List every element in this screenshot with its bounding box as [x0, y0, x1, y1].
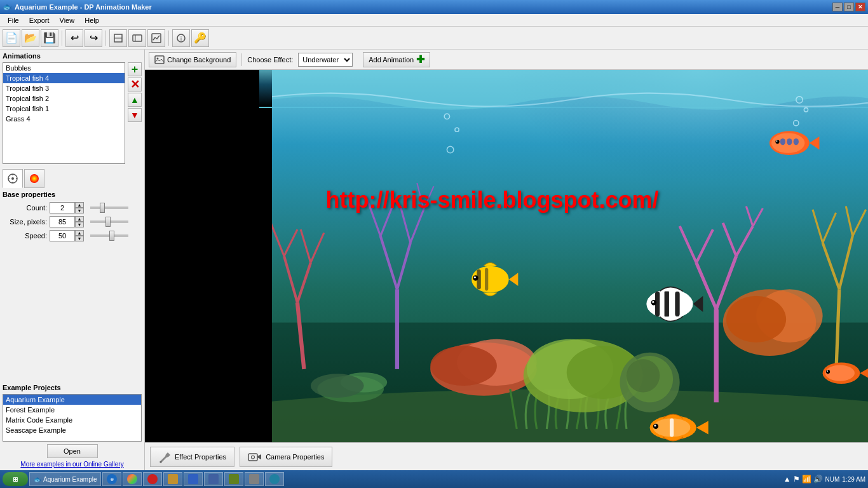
toolbar-sep1 — [62, 30, 62, 46]
move-up-button[interactable]: ▲ — [128, 93, 142, 107]
taskbar-chrome-icon[interactable] — [123, 472, 142, 486]
taskbar-ie-icon[interactable]: e — [102, 472, 121, 486]
menu-export[interactable]: Export — [24, 15, 55, 25]
speed-label: Speed: — [3, 232, 47, 240]
clock[interactable]: 1:29 AM — [842, 476, 865, 483]
speed-row: Speed: ▲ ▼ — [3, 230, 142, 241]
save-button[interactable]: 💾 — [41, 29, 58, 47]
size-label: Size, pixels: — [3, 218, 47, 226]
menu-file[interactable]: File — [3, 15, 24, 25]
taskbar-icon9[interactable] — [265, 472, 284, 486]
animations-list[interactable]: Bubbles Tropical fish 4 Tropical fish 3 … — [3, 62, 125, 164]
taskbar-icon6[interactable] — [204, 472, 223, 486]
left-panel: Animations Bubbles Tropical fish 4 Tropi… — [0, 50, 145, 470]
tab-color[interactable] — [24, 169, 44, 188]
add-animation-button[interactable]: Add Animation ✚ — [363, 52, 430, 67]
taskbar-icon7[interactable] — [224, 472, 243, 486]
animations-title: Animations — [3, 52, 41, 60]
size-slider[interactable] — [90, 220, 128, 223]
count-spinner: ▲ ▼ — [75, 202, 84, 214]
taskbar-right: ▲ ⚑ 📶 🔊 NUM 1:29 AM — [783, 475, 865, 484]
projects-list[interactable]: Aquarium Example Forest Example Matrix C… — [3, 394, 142, 442]
speed-slider-thumb[interactable] — [109, 231, 114, 241]
change-background-button[interactable]: Change Background — [149, 52, 236, 67]
svg-point-71 — [787, 139, 792, 145]
taskbar-icon3[interactable] — [143, 472, 162, 486]
taskbar-left: ⊞ 🐟 Aquarium Example e — [3, 472, 284, 486]
speed-input[interactable] — [50, 230, 75, 241]
toolbar: 📄 📂 💾 ↩ ↪ i 🔑 — [0, 27, 868, 50]
animations-list-container: Bubbles Tropical fish 4 Tropical fish 3 … — [3, 62, 142, 164]
open-button[interactable]: Open — [47, 444, 98, 458]
taskbar-item-aquarium[interactable]: 🐟 Aquarium Example — [29, 472, 101, 486]
taskbar-icon8[interactable] — [245, 472, 264, 486]
anim-item-grass4[interactable]: Grass 4 — [3, 114, 125, 124]
close-button[interactable]: ✕ — [855, 3, 865, 11]
count-up[interactable]: ▲ — [75, 202, 84, 208]
icon6 — [208, 474, 219, 484]
tab-properties[interactable] — [3, 169, 23, 188]
right-area: Change Background Choose Effect: Underwa… — [145, 50, 868, 470]
taskbar-icon4[interactable] — [163, 472, 182, 486]
canvas-area: http://kris-smile.blogspot.com/ — [145, 70, 868, 442]
project-seascape[interactable]: Seascape Example — [3, 425, 141, 435]
numlock-indicator: NUM — [825, 476, 840, 483]
count-down[interactable]: ▼ — [75, 208, 84, 214]
anim-item-bubbles[interactable]: Bubbles — [3, 63, 125, 73]
project-aquarium[interactable]: Aquarium Example — [3, 395, 141, 405]
effect-select[interactable]: Underwater Forest Matrix Code Seascape — [298, 53, 353, 67]
redo-button[interactable]: ↪ — [85, 29, 102, 47]
count-slider[interactable] — [90, 207, 128, 209]
tool1-button[interactable] — [109, 29, 127, 47]
move-down-button[interactable]: ▼ — [128, 108, 142, 122]
open-button[interactable]: 📂 — [22, 29, 39, 47]
svg-point-95 — [825, 365, 855, 381]
speed-spinner: ▲ ▼ — [75, 230, 84, 241]
size-down[interactable]: ▼ — [75, 222, 84, 227]
base-properties: Base properties Count: ▲ ▼ Size, pixels: — [3, 191, 142, 244]
svg-point-72 — [794, 139, 799, 145]
minimize-button[interactable]: ─ — [832, 3, 843, 11]
speed-up[interactable]: ▲ — [75, 230, 84, 236]
svg-point-87 — [652, 301, 654, 303]
start-button[interactable]: ⊞ — [3, 472, 28, 486]
icon4 — [168, 474, 178, 484]
maximize-button[interactable]: □ — [844, 3, 854, 11]
tab-area — [3, 169, 142, 188]
camera-properties-label: Camera Properties — [266, 453, 324, 461]
camera-properties-button[interactable]: Camera Properties — [240, 447, 332, 467]
info-button[interactable]: i — [172, 29, 190, 47]
count-slider-thumb[interactable] — [100, 203, 105, 213]
gallery-link[interactable]: More examples in our Online Gallery — [3, 461, 142, 468]
menu-help[interactable]: Help — [79, 15, 104, 25]
add-anim-button[interactable]: + — [128, 62, 142, 76]
animations-header: Animations — [3, 52, 142, 60]
tool2-button[interactable] — [128, 29, 146, 47]
anim-item-tropical4[interactable]: Tropical fish 4 — [3, 73, 125, 83]
aquarium-scene — [272, 70, 868, 442]
menu-view[interactable]: View — [55, 15, 80, 25]
anim-item-tropical1[interactable]: Tropical fish 1 — [3, 104, 125, 114]
anim-item-tropical2[interactable]: Tropical fish 2 — [3, 93, 125, 104]
tool3-button[interactable] — [147, 29, 165, 47]
taskbar-icon5[interactable] — [184, 472, 203, 486]
svg-rect-106 — [248, 454, 257, 461]
new-button[interactable]: 📄 — [3, 29, 20, 47]
effect-properties-label: Effect Properties — [175, 453, 226, 461]
project-matrix[interactable]: Matrix Code Example — [3, 415, 141, 425]
effect-properties-button[interactable]: Effect Properties — [150, 447, 234, 467]
network-icon: 📶 — [802, 475, 811, 484]
speed-down[interactable]: ▼ — [75, 236, 84, 241]
project-forest[interactable]: Forest Example — [3, 405, 141, 415]
remove-anim-button[interactable]: ✕ — [128, 78, 142, 92]
size-up[interactable]: ▲ — [75, 216, 84, 222]
show-desktop-icon[interactable]: ▲ — [783, 475, 791, 484]
key-button[interactable]: 🔑 — [191, 29, 209, 47]
size-slider-thumb[interactable] — [105, 217, 111, 227]
anim-item-tropical3[interactable]: Tropical fish 3 — [3, 83, 125, 93]
speed-slider[interactable] — [90, 234, 128, 237]
undo-button[interactable]: ↩ — [65, 29, 83, 47]
size-input[interactable] — [50, 216, 75, 227]
taskbar-fish-icon: 🐟 — [34, 476, 41, 483]
count-input[interactable] — [50, 202, 75, 214]
